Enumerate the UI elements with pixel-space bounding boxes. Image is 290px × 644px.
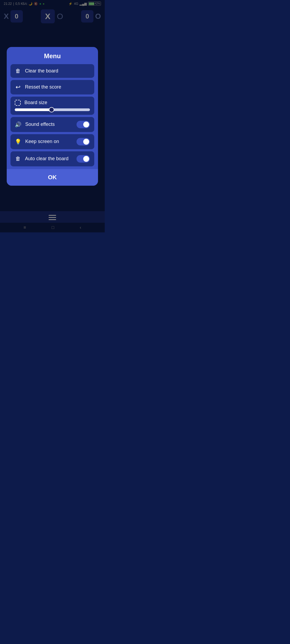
bulb-icon: 💡 [15,138,21,145]
board-size-icon [15,100,21,106]
sound-effects-label: Sound effects [25,122,73,127]
board-size-top: Board size [15,100,90,106]
speaker-icon: 🔊 [15,121,21,128]
board-size-slider[interactable] [15,108,90,111]
modal-overlay: Menu 🗑 Clear the board ↩ Resset the scor… [0,0,105,232]
clear-board-label: Clear the board [25,68,90,74]
clear-board-button[interactable]: 🗑 Clear the board [10,64,94,78]
toggle-knob-sound [83,122,89,127]
ok-button[interactable]: OK [7,169,98,186]
auto-clear-item[interactable]: 🗑 Auto clear the board [10,151,94,166]
slider-fill [15,108,52,111]
toggle-knob-auto [83,156,89,162]
board-size-label: Board size [24,100,47,105]
auto-clear-label: Auto clear the board [25,156,73,162]
modal-body: 🗑 Clear the board ↩ Resset the score Boa… [7,64,98,166]
board-size-item: Board size [10,97,94,115]
trash-icon: 🗑 [15,68,21,74]
reset-score-label: Resset the score [25,84,90,90]
slider-thumb [49,107,54,112]
modal-title: Menu [7,47,98,64]
keep-screen-on-item[interactable]: 💡 Keep screen on [10,134,94,149]
menu-modal: Menu 🗑 Clear the board ↩ Resset the scor… [7,47,98,186]
sound-effects-toggle[interactable] [77,121,90,128]
keep-screen-label: Keep screen on [25,139,73,144]
keep-screen-toggle[interactable] [77,138,90,145]
auto-clear-icon: 🗑 [15,156,21,162]
reset-icon: ↩ [15,84,21,91]
auto-clear-toggle[interactable] [77,155,90,163]
toggle-knob-screen [83,139,89,145]
sound-effects-item[interactable]: 🔊 Sound effects [10,117,94,132]
reset-score-button[interactable]: ↩ Resset the score [10,80,94,94]
